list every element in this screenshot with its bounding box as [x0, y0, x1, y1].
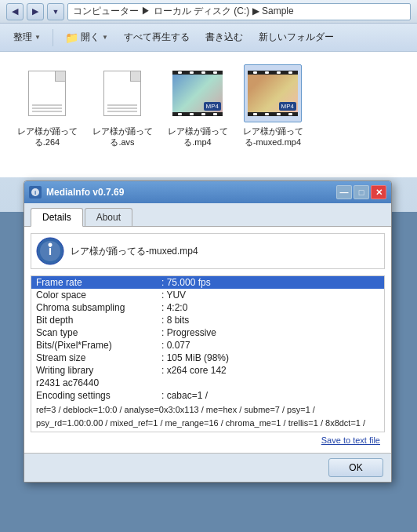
- toolbar: 整理 ▼ 📁 開く ▼ すべて再生する 書き込む 新しいフォルダー: [0, 24, 417, 52]
- info-row-scantype: Scan type : Progressive: [31, 326, 384, 339]
- maximize-button[interactable]: □: [354, 185, 369, 199]
- dialog-body: i レア様が踊ってる-muxed.mp4 Frame rate : 75.000…: [24, 227, 391, 453]
- dialog-controls: — □ ✕: [336, 185, 386, 199]
- video-thumb-3: MP4: [172, 71, 223, 116]
- save-to-text-link[interactable]: Save to text file: [31, 432, 385, 446]
- play-all-button[interactable]: すべて再生する: [117, 27, 197, 47]
- info-key-framerate: Frame rate: [31, 276, 157, 289]
- info-row-streamsize: Stream size : 105 MiB (98%): [31, 352, 384, 364]
- info-key-writinglib: Writing library: [31, 364, 157, 377]
- file-grid: レア様が踊ってる.264 レア様が踊ってる.avs: [0, 52, 417, 177]
- ok-button[interactable]: OK: [328, 458, 383, 477]
- address-bar: ◀ ▶ ▼ コンピューター ▶ ローカル ディスク (C:) ▶ Sample: [0, 0, 417, 24]
- close-button[interactable]: ✕: [371, 185, 386, 199]
- info-val-bpf: : 0.077: [157, 339, 384, 352]
- dialog-tabs: Details About: [24, 203, 391, 227]
- info-row-bpf: Bits/(Pixel*Frame) : 0.077: [31, 339, 384, 352]
- filename-bar: i レア様が踊ってる-muxed.mp4: [31, 233, 385, 269]
- info-val-chroma: : 4:2:0: [157, 301, 384, 314]
- info-row-r2431: r2431 ac76440: [31, 377, 384, 389]
- info-row-framerate: Frame rate : 75.000 fps: [31, 276, 384, 289]
- video-thumb-4: MP4: [248, 71, 298, 116]
- doc-icon-2: [103, 71, 141, 116]
- info-val-writinglib: : x264 core 142: [157, 364, 384, 377]
- new-folder-button[interactable]: 新しいフォルダー: [252, 27, 341, 47]
- minimize-button[interactable]: —: [336, 185, 352, 199]
- info-row-bitdepth: Bit depth : 8 bits: [31, 314, 384, 326]
- info-val-encoding: : cabac=1 /: [157, 389, 384, 402]
- info-val-streamsize: : 105 MiB (98%): [157, 352, 384, 364]
- path-text: コンピューター ▶ ローカル ディスク (C:) ▶ Sample: [73, 5, 294, 18]
- file-icon-wrap-3: MP4: [169, 64, 227, 122]
- organize-button[interactable]: 整理 ▼: [6, 27, 48, 47]
- info-key-r2431: r2431 ac76440: [31, 377, 157, 389]
- file-label-3: レア様が踊ってる.mp4: [168, 126, 228, 148]
- info-key-colorspace: Color space: [31, 289, 157, 301]
- info-key-chroma: Chroma subsampling: [31, 301, 157, 314]
- info-key-encoding: Encoding settings: [31, 389, 157, 402]
- file-icon-wrap-2: [93, 64, 151, 122]
- info-row-encoding: Encoding settings : cabac=1 /: [31, 389, 384, 402]
- file-item-2[interactable]: レア様が踊ってる.avs: [91, 64, 154, 165]
- info-row-colorspace: Color space : YUV: [31, 289, 384, 301]
- file-item-1[interactable]: レア様が踊ってる.264: [16, 64, 78, 165]
- back-button[interactable]: ◀: [6, 3, 24, 20]
- toolbar-separator-1: [53, 29, 53, 46]
- open-arrow: ▼: [102, 34, 108, 41]
- info-row-chroma: Chroma subsampling : 4:2:0: [31, 301, 384, 314]
- address-path[interactable]: コンピューター ▶ ローカル ディスク (C:) ▶ Sample: [67, 3, 411, 20]
- file-item-3[interactable]: MP4 レア様が踊ってる.mp4: [166, 64, 229, 165]
- info-key-streamsize: Stream size: [31, 352, 157, 364]
- dialog-titlebar: i MediaInfo v0.7.69 — □ ✕: [24, 181, 391, 203]
- mediainfo-dialog: i MediaInfo v0.7.69 — □ ✕ Details About …: [24, 180, 392, 483]
- svg-point-5: [49, 243, 53, 247]
- open-button[interactable]: 📁 開く ▼: [58, 27, 115, 47]
- tab-details[interactable]: Details: [31, 208, 83, 227]
- info-key-scantype: Scan type: [31, 326, 157, 339]
- file-label-4: レア様が踊ってる-muxed.mp4: [243, 126, 303, 148]
- up-button[interactable]: ▼: [47, 3, 64, 20]
- mediainfo-title-icon: i: [29, 186, 42, 199]
- info-key-bpf: Bits/(Pixel*Frame): [31, 339, 157, 352]
- info-row-writinglib: Writing library : x264 core 142: [31, 364, 384, 377]
- file-item-4[interactable]: MP4 レア様が踊ってる-muxed.mp4: [241, 64, 304, 165]
- info-val-scantype: : Progressive: [157, 326, 384, 339]
- info-val-bitdepth: : 8 bits: [157, 314, 384, 326]
- forward-button[interactable]: ▶: [27, 3, 44, 20]
- info-key-bitdepth: Bit depth: [31, 314, 157, 326]
- svg-text:i: i: [34, 189, 36, 196]
- doc-icon-1: [28, 71, 66, 116]
- info-val-framerate: : 75.000 fps: [157, 276, 384, 289]
- dialog-footer: OK: [24, 453, 391, 482]
- file-icon-wrap-4: MP4: [244, 64, 302, 122]
- tab-about[interactable]: About: [85, 208, 132, 226]
- filename-text: レア様が踊ってる-muxed.mp4: [71, 245, 198, 258]
- dialog-title: MediaInfo v0.7.69: [46, 187, 332, 198]
- file-label-1: レア様が踊ってる.264: [17, 126, 78, 148]
- info-scroll[interactable]: Frame rate : 75.000 fps Color space : YU…: [31, 275, 385, 432]
- file-icon-wrap-1: [18, 64, 76, 122]
- organize-arrow: ▼: [34, 34, 41, 41]
- file-label-2: レア様が踊ってる.avs: [92, 126, 153, 148]
- encoding-text: ref=3 / deblock=1:0:0 / analyse=0x3:0x11…: [31, 402, 384, 432]
- mediainfo-icon: i: [36, 237, 64, 265]
- burn-button[interactable]: 書き込む: [198, 27, 250, 47]
- info-val-colorspace: : YUV: [157, 289, 384, 301]
- info-val-r2431: [157, 377, 384, 389]
